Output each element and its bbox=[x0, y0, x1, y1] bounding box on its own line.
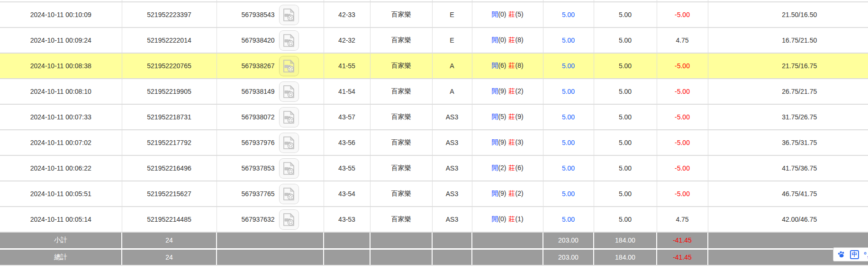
table-row-highlighted[interactable]: 2024-10-11 00:08:38 521952220765 5679382… bbox=[0, 53, 868, 79]
bet-amount[interactable]: 5.00 bbox=[543, 181, 594, 207]
valid-amount: 5.00 bbox=[594, 53, 657, 79]
video-replay-button[interactable] bbox=[279, 158, 299, 179]
result: 閒(0)莊(5) bbox=[472, 2, 543, 27]
bet-amount-link[interactable]: 5.00 bbox=[562, 190, 575, 198]
player-score: (6) bbox=[498, 62, 506, 69]
player-score: (9) bbox=[498, 190, 506, 197]
total-win-loss: -41.45 bbox=[657, 249, 708, 265]
result: 閒(9)莊(2) bbox=[472, 79, 543, 104]
player-label: 閒 bbox=[491, 87, 498, 95]
bet-history-table: 2024-10-11 00:10:09 521952223397 5679385… bbox=[0, 0, 868, 266]
round: 42-33 bbox=[324, 2, 370, 27]
player-score: (0) bbox=[498, 215, 506, 223]
paw-icon[interactable] bbox=[837, 251, 845, 258]
table-row[interactable]: 2024-10-11 00:05:14 521952214485 5679376… bbox=[0, 207, 868, 232]
banker-score: (8) bbox=[515, 36, 524, 44]
player-score: (9) bbox=[498, 138, 506, 146]
win-loss: -5.00 bbox=[657, 181, 708, 207]
bet-amount-link[interactable]: 5.00 bbox=[562, 216, 575, 223]
translate-widget[interactable]: 中 °, bbox=[833, 247, 868, 262]
video-replay-button[interactable] bbox=[279, 5, 299, 25]
video-replay-button[interactable] bbox=[279, 56, 299, 76]
video-replay-button[interactable] bbox=[279, 184, 299, 204]
game-type: 百家樂 bbox=[370, 181, 432, 207]
video-replay-button[interactable] bbox=[279, 107, 299, 127]
bet-amount-link[interactable]: 5.00 bbox=[562, 113, 575, 121]
game-type: 百家樂 bbox=[370, 79, 432, 104]
round: 41-55 bbox=[324, 53, 370, 79]
bet-amount-link[interactable]: 5.00 bbox=[562, 88, 575, 95]
video-film-icon bbox=[282, 187, 295, 201]
bet-id: 521952218731 bbox=[122, 104, 217, 130]
win-loss: -5.00 bbox=[657, 79, 708, 104]
video-film-icon bbox=[282, 59, 295, 73]
balance: 21.75/16.75 bbox=[708, 53, 868, 79]
table-row[interactable]: 2024-10-11 00:09:24 521952222014 5679384… bbox=[0, 27, 868, 53]
valid-amount: 5.00 bbox=[594, 207, 657, 232]
player-label: 閒 bbox=[491, 36, 498, 44]
table-row[interactable]: 2024-10-11 00:10:09 521952223397 5679385… bbox=[0, 2, 868, 27]
player-score: (5) bbox=[498, 113, 506, 120]
game-type: 百家樂 bbox=[370, 27, 432, 53]
player-label: 閒 bbox=[491, 190, 498, 197]
bet-amount-link[interactable]: 5.00 bbox=[562, 11, 575, 18]
table-row[interactable]: 2024-10-11 00:07:33 521952218731 5679380… bbox=[0, 104, 868, 130]
bet-time: 2024-10-11 00:08:10 bbox=[0, 79, 122, 104]
player-label: 閒 bbox=[491, 215, 498, 223]
player-label: 閒 bbox=[491, 113, 498, 120]
bet-id: 521952214485 bbox=[122, 207, 217, 232]
bet-amount-link[interactable]: 5.00 bbox=[562, 62, 575, 70]
game-id: 567938420 bbox=[241, 36, 274, 44]
valid-amount: 5.00 bbox=[594, 155, 657, 181]
win-loss: 4.75 bbox=[657, 207, 708, 232]
valid-amount: 5.00 bbox=[594, 2, 657, 27]
bet-amount[interactable]: 5.00 bbox=[543, 27, 594, 53]
bet-time: 2024-10-11 00:07:02 bbox=[0, 130, 122, 155]
bet-id: 521952217792 bbox=[122, 130, 217, 155]
player-score: (0) bbox=[498, 10, 506, 18]
bet-time: 2024-10-11 00:05:14 bbox=[0, 207, 122, 232]
game-id-cell: 567937765 bbox=[217, 181, 324, 207]
banker-score: (9) bbox=[515, 113, 524, 120]
subtotal-win-loss: -41.45 bbox=[657, 232, 708, 249]
total-bet: 203.00 bbox=[543, 249, 594, 265]
video-replay-button[interactable] bbox=[279, 30, 299, 51]
result: 閒(5)莊(9) bbox=[472, 104, 543, 130]
banker-score: (8) bbox=[515, 62, 524, 69]
player-label: 閒 bbox=[491, 10, 498, 18]
bet-amount[interactable]: 5.00 bbox=[543, 155, 594, 181]
bet-amount-link[interactable]: 5.00 bbox=[562, 36, 575, 44]
table-code: AS3 bbox=[432, 104, 472, 130]
bet-amount[interactable]: 5.00 bbox=[543, 2, 594, 27]
result: 閒(0)莊(8) bbox=[472, 27, 543, 53]
video-replay-button[interactable] bbox=[279, 133, 299, 153]
table-row[interactable]: 2024-10-11 00:08:10 521952219905 5679381… bbox=[0, 79, 868, 104]
table-code: A bbox=[432, 53, 472, 79]
video-film-icon bbox=[282, 8, 295, 22]
bet-amount[interactable]: 5.00 bbox=[543, 79, 594, 104]
chinese-lang-icon[interactable]: 中 bbox=[850, 250, 859, 259]
table-row[interactable]: 2024-10-11 00:07:02 521952217792 5679379… bbox=[0, 130, 868, 155]
banker-label: 莊 bbox=[509, 164, 515, 172]
total-label: 總計 bbox=[0, 249, 122, 265]
game-type: 百家樂 bbox=[370, 155, 432, 181]
bet-amount[interactable]: 5.00 bbox=[543, 53, 594, 79]
bet-amount[interactable]: 5.00 bbox=[543, 207, 594, 232]
video-replay-button[interactable] bbox=[279, 209, 299, 230]
table-row[interactable]: 2024-10-11 00:06:22 521952216496 5679378… bbox=[0, 155, 868, 181]
banker-label: 莊 bbox=[509, 190, 515, 197]
bet-amount-link[interactable]: 5.00 bbox=[562, 164, 575, 172]
video-replay-button[interactable] bbox=[279, 81, 299, 102]
table-code: AS3 bbox=[432, 181, 472, 207]
bet-amount[interactable]: 5.00 bbox=[543, 130, 594, 155]
banker-label: 莊 bbox=[509, 215, 515, 223]
bet-amount-link[interactable]: 5.00 bbox=[562, 139, 575, 146]
round: 43-53 bbox=[324, 207, 370, 232]
table-row[interactable]: 2024-10-11 00:05:51 521952215627 5679377… bbox=[0, 181, 868, 207]
clipped-icon[interactable]: °, bbox=[864, 251, 868, 259]
win-loss: 4.75 bbox=[657, 27, 708, 53]
bet-history-page: 2024-10-11 00:10:09 521952223397 5679385… bbox=[0, 0, 868, 280]
bet-amount[interactable]: 5.00 bbox=[543, 104, 594, 130]
game-id: 567937632 bbox=[241, 216, 274, 223]
video-film-icon bbox=[282, 85, 295, 99]
